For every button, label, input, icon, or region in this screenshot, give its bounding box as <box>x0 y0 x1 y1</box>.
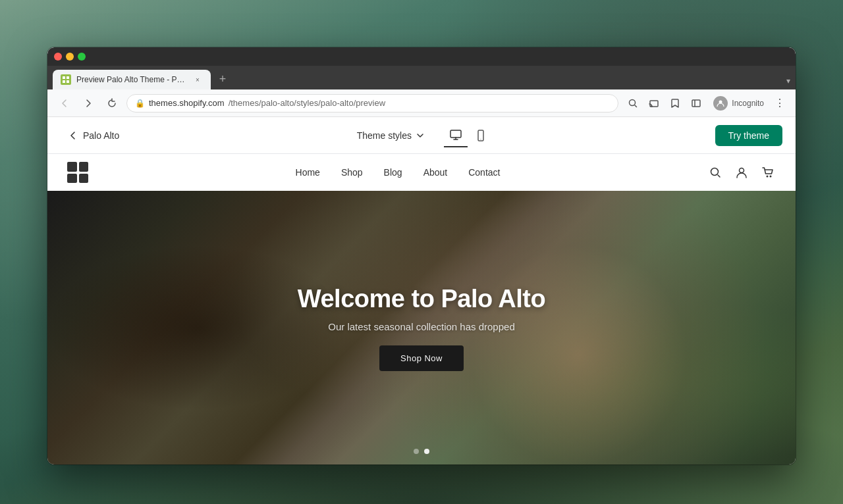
try-theme-button[interactable]: Try theme <box>715 125 783 146</box>
hero-content: Welcome to Palo Alto Our latest seasonal… <box>47 191 796 465</box>
close-window-button[interactable] <box>54 53 62 61</box>
back-button[interactable] <box>55 94 74 113</box>
address-bar: 🔒 themes.shopify.com /themes/palo-alto/s… <box>47 89 796 117</box>
svg-point-10 <box>481 139 481 139</box>
account-icon[interactable] <box>734 164 749 180</box>
cart-icon[interactable] <box>760 164 776 180</box>
logo-square-2 <box>79 162 89 172</box>
desktop-view-button[interactable] <box>444 124 468 147</box>
nav-home[interactable]: Home <box>296 166 320 178</box>
hero-title: Welcome to Palo Alto <box>298 285 545 313</box>
svg-rect-3 <box>67 80 69 83</box>
address-actions: Incognito ⋮ <box>624 94 788 113</box>
svg-rect-8 <box>450 130 461 138</box>
website-logo <box>67 162 88 183</box>
website-nav-icons <box>707 164 776 180</box>
back-theme-label: Palo Alto <box>83 130 119 141</box>
svg-rect-0 <box>63 76 65 79</box>
carousel-dot-2[interactable] <box>424 449 429 454</box>
url-bar[interactable]: 🔒 themes.shopify.com /themes/palo-alto/s… <box>126 94 618 113</box>
logo-square-4 <box>79 174 89 184</box>
tab-close-button[interactable]: × <box>192 74 203 85</box>
svg-point-11 <box>711 168 719 176</box>
nav-contact[interactable]: Contact <box>468 166 500 178</box>
url-path: /themes/palo-alto/styles/palo-alto/previ… <box>229 98 385 108</box>
ssl-lock-icon: 🔒 <box>135 99 145 108</box>
website-navbar: Home Shop Blog About Contact <box>47 154 796 191</box>
mobile-view-button[interactable] <box>469 124 493 147</box>
incognito-label: Incognito <box>732 99 764 108</box>
nav-shop[interactable]: Shop <box>341 166 363 178</box>
logo-square-3 <box>67 174 77 184</box>
tab-list-expand[interactable]: ▾ <box>786 76 790 86</box>
os-titlebar <box>47 47 796 66</box>
website-nav-links: Home Shop Blog About Contact <box>88 166 707 178</box>
toggle-sidebar-button[interactable] <box>687 94 705 113</box>
svg-point-12 <box>740 168 744 173</box>
nav-blog[interactable]: Blog <box>384 166 402 178</box>
carousel-dot-1[interactable] <box>414 449 419 454</box>
url-domain: themes.shopify.com <box>149 98 225 108</box>
traffic-lights <box>54 53 86 61</box>
browser-window: Preview Palo Alto Theme - Pal... × + ▾ 🔒… <box>47 47 796 465</box>
svg-rect-6 <box>692 100 700 107</box>
preview-toolbar: Palo Alto Theme styles Try theme <box>47 117 796 154</box>
minimize-window-button[interactable] <box>66 53 74 61</box>
device-toggle-group <box>444 124 493 147</box>
logo-square-1 <box>67 162 77 172</box>
theme-preview-area: Home Shop Blog About Contact <box>47 154 796 465</box>
bookmark-button[interactable] <box>666 94 684 113</box>
theme-styles-button[interactable]: Theme styles <box>348 126 433 145</box>
browser-tab-active[interactable]: Preview Palo Alto Theme - Pal... × <box>53 70 211 89</box>
forward-button[interactable] <box>79 94 97 113</box>
tab-title: Preview Palo Alto Theme - Pal... <box>76 75 187 84</box>
theme-website: Home Shop Blog About Contact <box>47 154 796 465</box>
new-tab-button[interactable]: + <box>213 70 232 88</box>
tab-favicon <box>61 74 71 85</box>
svg-rect-1 <box>67 76 69 79</box>
cast-button[interactable] <box>645 94 663 113</box>
tab-bar: Preview Palo Alto Theme - Pal... × + ▾ <box>47 66 796 89</box>
search-icon[interactable] <box>707 164 723 180</box>
svg-point-13 <box>767 176 769 178</box>
toolbar-center: Theme styles <box>126 124 715 147</box>
browser-menu-button[interactable]: ⋮ <box>772 94 788 112</box>
svg-point-14 <box>770 176 772 178</box>
hero-section: Welcome to Palo Alto Our latest seasonal… <box>47 191 796 465</box>
browser-search-button[interactable] <box>624 94 642 113</box>
refresh-button[interactable] <box>103 94 121 113</box>
svg-rect-2 <box>63 80 65 83</box>
theme-styles-label: Theme styles <box>357 130 412 141</box>
incognito-avatar <box>713 96 728 111</box>
nav-about[interactable]: About <box>423 166 448 178</box>
carousel-dots <box>414 449 429 454</box>
svg-point-4 <box>630 99 636 105</box>
hero-subtitle: Our latest seasonal collection has dropp… <box>328 321 515 332</box>
hero-cta-button[interactable]: Shop Now <box>379 345 464 371</box>
incognito-indicator: Incognito <box>708 95 769 112</box>
back-to-themes-button[interactable]: Palo Alto <box>61 126 126 145</box>
maximize-window-button[interactable] <box>78 53 86 61</box>
